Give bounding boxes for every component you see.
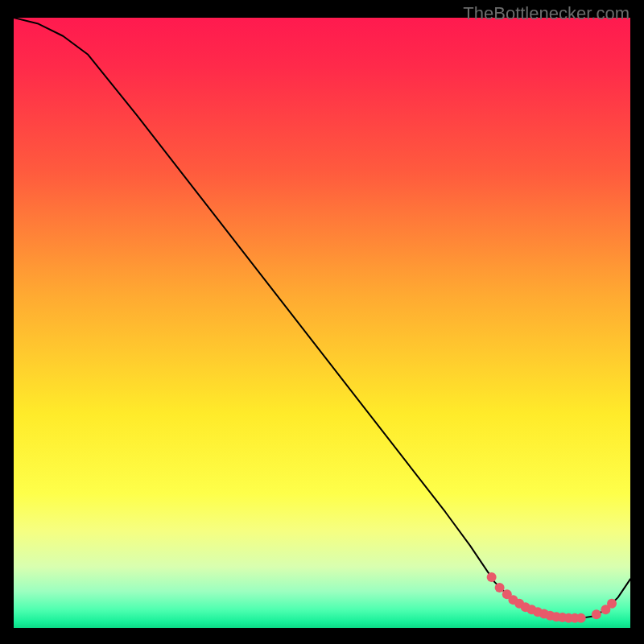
- gradient-background: [14, 18, 630, 628]
- chart-area: [14, 18, 630, 628]
- watermark-text: TheBottlenecker.com: [463, 3, 630, 24]
